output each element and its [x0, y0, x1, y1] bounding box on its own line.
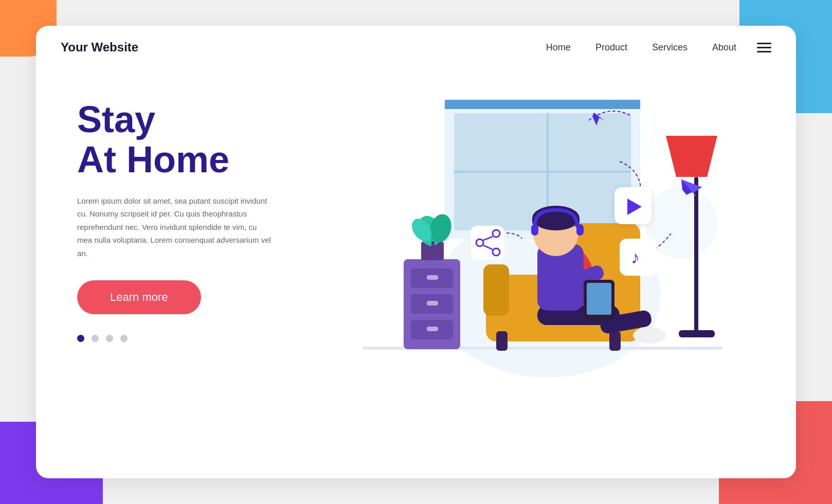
- learn-more-button[interactable]: Learn more: [77, 280, 201, 314]
- hamburger-menu[interactable]: [757, 43, 771, 52]
- hamburger-line-2: [757, 47, 771, 48]
- shoe-right: [633, 327, 666, 344]
- nav-link-about[interactable]: About: [712, 42, 736, 52]
- dot-1[interactable]: [77, 335, 84, 342]
- nav-item-home[interactable]: Home: [546, 42, 571, 53]
- hamburger-line-1: [757, 43, 771, 44]
- drawer-3-handle: [427, 327, 438, 331]
- window-top-bar: [445, 100, 640, 109]
- hero-description: Lorem ipsum dolor sit amet, sea putant s…: [77, 194, 273, 260]
- hero-section: Stay At Home Lorem ipsum dolor sit amet,…: [36, 69, 796, 470]
- lamp-pole: [694, 177, 698, 331]
- lamp-shade: [666, 136, 717, 177]
- hero-title-line1: Stay: [77, 99, 155, 140]
- navbar: Your Website Home Product Services About: [36, 26, 796, 69]
- nav-links: Home Product Services About: [546, 42, 736, 53]
- nav-item-product[interactable]: Product: [595, 42, 627, 53]
- site-logo: Your Website: [61, 40, 138, 55]
- headphone-left: [531, 224, 538, 236]
- nav-item-about[interactable]: About: [712, 42, 736, 53]
- nav-link-services[interactable]: Services: [652, 42, 688, 52]
- hero-illustration: ♪: [314, 79, 771, 388]
- illustration-svg: ♪: [314, 79, 771, 388]
- dot-2[interactable]: [92, 335, 99, 342]
- nav-link-home[interactable]: Home: [546, 42, 571, 52]
- hero-title-line2: At Home: [77, 139, 229, 180]
- hamburger-line-3: [757, 51, 771, 52]
- hero-left: Stay At Home Lorem ipsum dolor sit amet,…: [77, 79, 303, 342]
- main-card: Your Website Home Product Services About: [36, 26, 796, 478]
- chair-leg-front-left: [496, 331, 508, 351]
- dot-3[interactable]: [106, 335, 113, 342]
- chair-arm-left: [483, 264, 509, 316]
- cap-brim: [532, 217, 580, 224]
- float-music-text: ♪: [631, 248, 640, 267]
- drawer-1-handle: [427, 275, 438, 280]
- plant-stem: [431, 241, 435, 254]
- hero-title: Stay At Home: [77, 100, 303, 180]
- nav-link-product[interactable]: Product: [595, 42, 627, 52]
- headphone-right: [576, 224, 584, 236]
- drawer-2-handle: [427, 301, 438, 305]
- tablet-screen: [587, 283, 611, 315]
- dot-4[interactable]: [120, 335, 128, 342]
- chair-leg-front-right: [609, 331, 621, 351]
- carousel-dots: [77, 335, 303, 342]
- nav-item-services[interactable]: Services: [652, 42, 688, 53]
- lamp-base: [679, 330, 715, 337]
